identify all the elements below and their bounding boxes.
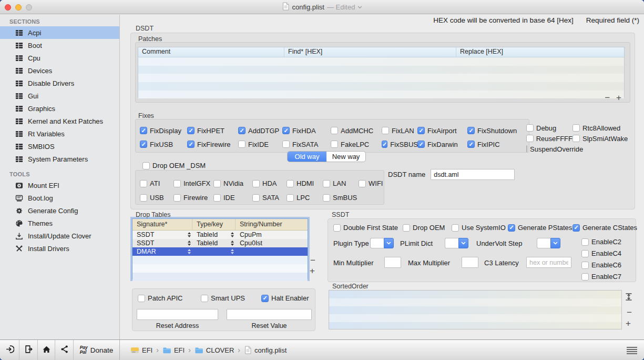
table-row[interactable]: [132, 256, 308, 264]
list-item[interactable]: [329, 298, 621, 306]
plimit-dict-combo[interactable]: [445, 238, 468, 248]
checkbox-patch-apic[interactable]: Patch APIC: [138, 294, 201, 302]
checkbox-fixdarwin[interactable]: ✓FixDarwin: [417, 141, 467, 148]
dsdt-name-input[interactable]: [431, 169, 515, 180]
tool-item-mount-efi[interactable]: Mount EFI: [0, 179, 119, 192]
table-row[interactable]: [138, 91, 624, 99]
checkbox-fixlan[interactable]: FixLAN: [382, 127, 417, 135]
reset-address-field[interactable]: [137, 309, 218, 320]
patches-table[interactable]: Comment Find* [HEX] Replace [HEX]: [138, 47, 625, 98]
checkbox-fixide[interactable]: FixIDE: [238, 141, 282, 148]
checkbox-drop-oem-dsm[interactable]: Drop OEM _DSM: [142, 162, 206, 169]
list-item[interactable]: [329, 322, 621, 329]
drop-tables-table[interactable]: Signature* Type/key String/Number SSDTTa…: [132, 218, 308, 279]
table-row[interactable]: [138, 74, 624, 82]
plugin-type-combo[interactable]: [370, 238, 394, 248]
checkbox-sata[interactable]: SATA: [252, 194, 287, 202]
sidebar-item-gui[interactable]: Gui: [0, 89, 119, 102]
sidebar-item-cpu[interactable]: Cpu: [0, 52, 119, 64]
menu-button[interactable]: [627, 347, 637, 355]
c3-latency-field[interactable]: [526, 257, 571, 268]
plugin-type-dropdown-icon[interactable]: [384, 238, 394, 248]
column-header-stringnumber[interactable]: String/Number: [236, 219, 308, 230]
checkbox-nvidia[interactable]: NVidia: [213, 179, 252, 187]
breadcrumb-item-config-plist[interactable]: config.plist: [244, 346, 287, 354]
checkbox-lpc[interactable]: LPC: [287, 194, 323, 202]
table-row[interactable]: [138, 66, 624, 74]
checkbox-generate-pstates[interactable]: ✓Generate PStates: [508, 224, 573, 232]
sidebar-item-kernel-and-kext-patches[interactable]: Kernel and Kext Patches: [0, 115, 119, 127]
checkbox-intelgfx[interactable]: IntelGFX: [173, 179, 213, 187]
tool-item-themes[interactable]: Themes: [0, 217, 119, 229]
checkbox-firewire[interactable]: Firewire: [173, 194, 213, 202]
list-item[interactable]: [329, 306, 621, 314]
sorted-order-add-button[interactable]: +: [626, 319, 631, 328]
table-row-dmar[interactable]: DMAR: [132, 247, 308, 256]
checkbox-wifi[interactable]: WIFI: [359, 179, 384, 187]
checkbox-suspendoverride[interactable]: SuspendOverride: [526, 145, 573, 153]
checkbox-fixdisplay[interactable]: ✓FixDisplay: [140, 127, 187, 135]
checkbox-smart-ups[interactable]: Smart UPS: [201, 294, 261, 302]
close-button[interactable]: [5, 4, 11, 11]
sidebar-item-disable-drivers[interactable]: Disable Drivers: [0, 77, 119, 89]
sidebar-item-smbios[interactable]: SMBIOS: [0, 140, 119, 153]
table-row[interactable]: [138, 82, 624, 91]
max-multiplier-field[interactable]: [462, 257, 478, 268]
checkbox-addmchc[interactable]: AddMCHC: [331, 127, 382, 135]
breadcrumb-item-efi[interactable]: EFI: [130, 346, 152, 355]
table-row[interactable]: [132, 264, 308, 273]
checkbox-smbus[interactable]: SmBUS: [323, 194, 359, 202]
column-header-replace[interactable]: Replace [HEX]: [456, 47, 624, 57]
checkbox-drop-oem[interactable]: Drop OEM: [403, 224, 452, 232]
document-proxy-icon[interactable]: [282, 2, 290, 12]
undervolt-step-dropdown-icon[interactable]: [550, 238, 560, 248]
checkbox-reuseffff[interactable]: ReuseFFFF: [526, 135, 573, 143]
title-chevron-down-icon[interactable]: [357, 6, 362, 9]
patches-remove-button[interactable]: −: [605, 93, 610, 102]
checkbox-ide[interactable]: IDE: [213, 194, 252, 202]
checkbox-fixsata[interactable]: FixSATA: [282, 141, 331, 148]
stepper-icon[interactable]: [188, 249, 191, 254]
checkbox-double-first-state[interactable]: Double First State: [333, 224, 403, 232]
import-button[interactable]: [0, 340, 19, 360]
minimize-button[interactable]: [15, 4, 22, 11]
stepper-icon[interactable]: [231, 249, 234, 254]
checkbox-fixhpet[interactable]: ✓FixHPET: [187, 127, 238, 135]
share-button[interactable]: [55, 340, 74, 360]
checkbox-fixsbus[interactable]: ✓FixSBUS: [382, 141, 417, 148]
new-way-segment[interactable]: New way: [326, 152, 365, 162]
sorted-order-list[interactable]: [329, 290, 622, 329]
export-button[interactable]: [19, 340, 38, 360]
checkbox-fixfirewire[interactable]: ✓FixFirewire: [187, 141, 238, 148]
checkbox-debug[interactable]: Debug: [526, 124, 573, 132]
sidebar-item-system-parameters[interactable]: System Parameters: [0, 153, 119, 165]
stepper-icon[interactable]: [188, 232, 191, 237]
sorted-order-reorder-icon[interactable]: [625, 293, 633, 303]
sidebar-item-acpi[interactable]: Acpi: [0, 26, 119, 39]
tool-item-boot-log[interactable]: Boot.log: [0, 192, 119, 204]
sidebar-item-boot[interactable]: Boot: [0, 39, 119, 52]
column-header-signature[interactable]: Signature*: [132, 219, 192, 230]
drop-tables-remove-button[interactable]: −: [310, 256, 315, 265]
breadcrumb-item-efi[interactable]: EFI: [162, 346, 185, 355]
list-item[interactable]: [329, 314, 621, 322]
table-row[interactable]: [132, 273, 308, 281]
patches-add-button[interactable]: +: [616, 93, 621, 102]
checkbox-enablec6[interactable]: EnableC6: [581, 261, 621, 269]
checkbox-slpsmiatwake[interactable]: SlpSmiAtWake: [573, 135, 628, 143]
breadcrumb-item-clover[interactable]: CLOVER: [195, 346, 234, 355]
table-row-ssdt[interactable]: SSDTTableIdCpu0Ist: [132, 239, 308, 247]
checkbox-generate-cstates[interactable]: ✓Generate CStates: [573, 224, 637, 232]
home-button[interactable]: [38, 340, 55, 360]
checkbox-fixairport[interactable]: ✓FixAirport: [417, 127, 467, 135]
tool-item-install-drivers[interactable]: Install Drivers: [0, 242, 119, 255]
plimit-dict-dropdown-icon[interactable]: [458, 238, 468, 248]
checkbox-hdmi[interactable]: HDMI: [287, 179, 323, 187]
old-way-segment[interactable]: Old way: [288, 152, 326, 162]
tool-item-install-update-clover[interactable]: Install/Update Clover: [0, 229, 119, 242]
stepper-icon[interactable]: [231, 241, 234, 246]
stepper-icon[interactable]: [188, 241, 191, 246]
checkbox-rtc8allowed[interactable]: Rtc8Allowed: [573, 124, 628, 132]
zoom-button[interactable]: [26, 4, 32, 11]
checkbox-enablec7[interactable]: EnableC7: [581, 273, 621, 281]
